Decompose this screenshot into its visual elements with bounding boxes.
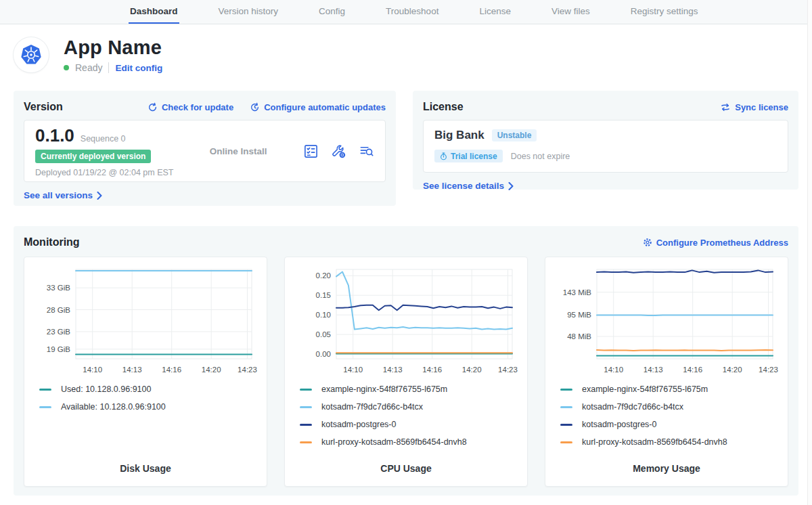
refresh-icon xyxy=(148,102,158,112)
legend-item: example-nginx-54f8f76755-l675m xyxy=(300,385,518,394)
legend-item: Used: 10.128.0.96:9100 xyxy=(39,385,257,394)
tab-version-history[interactable]: Version history xyxy=(217,0,280,24)
check-for-update-button[interactable]: Check for update xyxy=(148,102,233,112)
license-expiry: Does not expire xyxy=(511,152,570,161)
legend-swatch xyxy=(300,441,312,443)
svg-text:14:23: 14:23 xyxy=(759,366,778,374)
legend-item: kotsadm-7f9dc7d66c-b4tcx xyxy=(300,402,518,412)
legend-swatch xyxy=(560,406,572,408)
svg-text:14:10: 14:10 xyxy=(343,366,363,374)
top-nav: Dashboard Version history Config Trouble… xyxy=(0,0,812,24)
tab-license[interactable]: License xyxy=(478,0,512,24)
legend-label: kotsadm-postgres-0 xyxy=(582,420,656,429)
clock-refresh-icon xyxy=(250,102,260,112)
legend-label: kurl-proxy-kotsadm-8569fb6454-dnvh8 xyxy=(582,437,727,447)
chevron-right-icon xyxy=(97,192,102,200)
tab-dashboard[interactable]: Dashboard xyxy=(129,0,179,24)
svg-text:0.15: 0.15 xyxy=(316,291,331,299)
legend-swatch xyxy=(39,406,51,408)
memory-usage-chart: 14:1014:1314:1614:2014:23143 MiB95 MiB48… xyxy=(555,267,778,376)
legend-item: kurl-proxy-kotsadm-8569fb6454-dnvh8 xyxy=(560,437,778,447)
customer-name: Big Bank xyxy=(434,129,484,142)
legend-label: kurl-proxy-kotsadm-8569fb6454-dnvh8 xyxy=(321,437,467,447)
scrollbar[interactable] xyxy=(807,0,812,505)
version-card: Version Check for update Configure au xyxy=(14,91,396,206)
configure-automatic-updates-button[interactable]: Configure automatic updates xyxy=(250,102,386,112)
svg-text:95 MiB: 95 MiB xyxy=(567,311,591,319)
monitoring-title: Monitoring xyxy=(24,236,80,248)
legend-label: example-nginx-54f8f76755-l675m xyxy=(582,385,708,394)
license-panel: Big Bank Unstable Trial license Does not… xyxy=(423,120,788,173)
svg-text:14:20: 14:20 xyxy=(462,366,482,374)
version-card-title: Version xyxy=(24,101,63,113)
legend-item: Available: 10.128.0.96:9100 xyxy=(39,402,257,412)
kubernetes-logo-icon xyxy=(14,37,49,72)
svg-text:23 GiB: 23 GiB xyxy=(47,328,70,336)
config-wrench-icon[interactable] xyxy=(331,144,346,159)
disk-usage-chart: 14:1014:1314:1614:2014:2333 GiB28 GiB23 … xyxy=(34,267,257,376)
legend-swatch xyxy=(39,389,51,391)
svg-text:14:10: 14:10 xyxy=(83,366,102,374)
legend-swatch xyxy=(560,441,572,443)
svg-text:14:16: 14:16 xyxy=(422,366,442,374)
svg-text:14:16: 14:16 xyxy=(162,366,181,374)
tab-view-files[interactable]: View files xyxy=(550,0,591,24)
divider xyxy=(108,62,109,73)
svg-text:14:13: 14:13 xyxy=(122,366,142,374)
legend-label: kotsadm-7f9dc7d66c-b4tcx xyxy=(321,402,423,412)
legend-label: kotsadm-7f9dc7d66c-b4tcx xyxy=(582,402,683,412)
svg-text:33 GiB: 33 GiB xyxy=(47,284,70,292)
view-logs-icon[interactable] xyxy=(359,144,374,159)
see-license-details-link[interactable]: See license details xyxy=(423,181,514,191)
license-card-title: License xyxy=(423,101,464,113)
license-card: License Sync license Big Bank Unstable xyxy=(413,91,798,190)
chevron-right-icon xyxy=(508,182,514,190)
edit-config-link[interactable]: Edit config xyxy=(115,63,162,73)
svg-text:14:13: 14:13 xyxy=(644,366,663,374)
svg-text:14:13: 14:13 xyxy=(383,366,403,374)
legend-item: kotsadm-postgres-0 xyxy=(300,420,518,429)
legend-swatch xyxy=(300,389,312,391)
memory-usage-legend: example-nginx-54f8f76755-l675mkotsadm-7f… xyxy=(555,385,778,447)
svg-text:14:23: 14:23 xyxy=(238,366,257,374)
gear-icon xyxy=(643,238,652,247)
legend-swatch xyxy=(560,389,572,391)
legend-label: Available: 10.128.0.96:9100 xyxy=(61,402,166,412)
disk-usage-chart-card: 14:1014:1314:1614:2014:2333 GiB28 GiB23 … xyxy=(24,257,267,487)
sync-license-button[interactable]: Sync license xyxy=(720,102,788,112)
page-title: App Name xyxy=(64,37,162,59)
ready-status-label: Ready xyxy=(75,62,102,73)
svg-text:14:16: 14:16 xyxy=(683,366,702,374)
svg-text:48 MiB: 48 MiB xyxy=(567,332,591,341)
chart-title: Memory Usage xyxy=(555,463,778,474)
disk-usage-legend: Used: 10.128.0.96:9100Available: 10.128.… xyxy=(34,385,257,412)
install-type-label: Online Install xyxy=(173,146,303,156)
svg-text:28 GiB: 28 GiB xyxy=(47,306,70,314)
tab-registry-settings[interactable]: Registry settings xyxy=(629,0,700,24)
tab-troubleshoot[interactable]: Troubleshoot xyxy=(384,0,440,24)
cpu-usage-chart: 14:1014:1314:1614:2014:230.200.150.100.0… xyxy=(294,267,518,376)
memory-usage-chart-card: 14:1014:1314:1614:2014:23143 MiB95 MiB48… xyxy=(545,257,788,487)
svg-text:14:10: 14:10 xyxy=(604,366,623,374)
legend-item: example-nginx-54f8f76755-l675m xyxy=(560,385,778,394)
chart-title: CPU Usage xyxy=(294,463,518,474)
legend-label: kotsadm-postgres-0 xyxy=(321,420,396,429)
preflight-checks-icon[interactable] xyxy=(303,144,319,159)
svg-text:19 GiB: 19 GiB xyxy=(47,345,70,353)
svg-text:14:20: 14:20 xyxy=(723,366,742,374)
svg-text:0.00: 0.00 xyxy=(316,350,331,358)
svg-text:0.10: 0.10 xyxy=(316,311,331,319)
legend-item: kotsadm-postgres-0 xyxy=(560,420,778,429)
svg-text:143 MiB: 143 MiB xyxy=(563,288,592,297)
app-header: App Name Ready Edit config xyxy=(0,24,812,73)
chart-title: Disk Usage xyxy=(34,463,257,474)
monitoring-card: Monitoring Configure Prometheus Address … xyxy=(14,226,798,496)
ready-status-dot xyxy=(64,65,69,70)
deployed-badge: Currently deployed version xyxy=(35,150,151,163)
tab-config[interactable]: Config xyxy=(317,0,346,24)
configure-prometheus-button[interactable]: Configure Prometheus Address xyxy=(643,238,788,248)
svg-text:0.20: 0.20 xyxy=(316,271,331,280)
see-all-versions-link[interactable]: See all versions xyxy=(24,190,102,200)
legend-item: kurl-proxy-kotsadm-8569fb6454-dnvh8 xyxy=(300,437,518,447)
version-number: 0.1.0 xyxy=(35,125,74,146)
